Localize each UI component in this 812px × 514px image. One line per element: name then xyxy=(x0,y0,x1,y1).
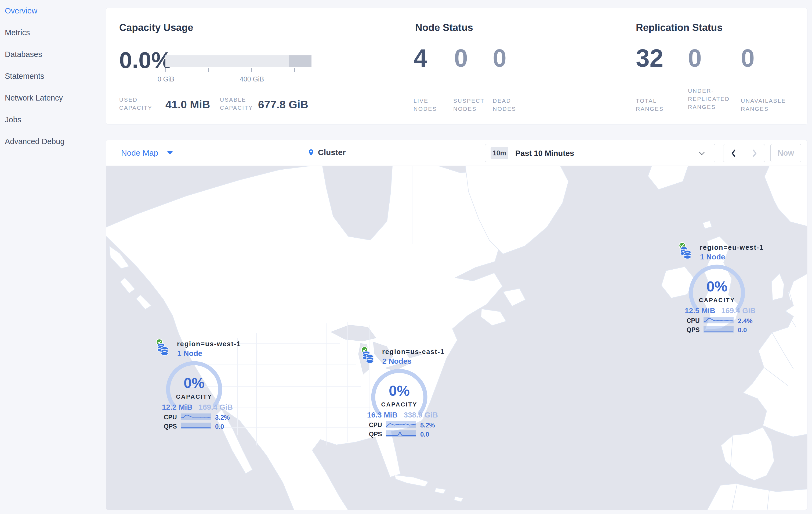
dead-nodes-label: DEAD NODES xyxy=(493,97,525,113)
region-label[interactable]: region=us-west-1 xyxy=(177,340,241,348)
replication-status-title: Replication Status xyxy=(636,22,723,33)
time-range-badge: 10m xyxy=(491,147,508,159)
usable-capacity: 338.9 GiB xyxy=(404,411,438,420)
unavailable-ranges-label: UNAVAILABLE RANGES xyxy=(741,97,792,113)
capacity-tick xyxy=(251,68,252,72)
chevron-left-icon xyxy=(731,149,736,157)
next-time-button[interactable] xyxy=(744,144,765,162)
node-marker-eu-west-1: region=eu-west-1 1 Node 0% CAPACITY 12.5… xyxy=(674,239,758,336)
live-nodes-label: LIVE NODES xyxy=(413,97,446,113)
capacity-bar-reserved-segment xyxy=(289,55,312,67)
view-mode-dropdown[interactable]: Node Map xyxy=(121,148,173,158)
node-count-link[interactable]: 1 Node xyxy=(177,349,202,358)
cpu-sparkline xyxy=(703,317,733,323)
database-icon xyxy=(680,246,692,259)
usable-capacity-label: USABLE CAPACITY xyxy=(220,96,263,112)
qps-sparkline xyxy=(386,430,416,437)
qps-label: QPS xyxy=(369,431,382,438)
sidebar-item-statements[interactable]: Statements xyxy=(0,72,106,93)
sidebar-item-metrics[interactable]: Metrics xyxy=(0,28,106,50)
cpu-sparkline xyxy=(386,421,416,428)
time-step-buttons xyxy=(723,144,765,162)
database-icon xyxy=(362,350,374,363)
sidebar-item-advanced-debug[interactable]: Advanced Debug xyxy=(0,137,106,159)
cpu-value: 3.2% xyxy=(215,414,230,421)
used-capacity: 12.2 MiB xyxy=(162,403,193,412)
capacity-usage-title: Capacity Usage xyxy=(119,22,193,33)
usable-capacity: 169.4 GiB xyxy=(198,403,233,412)
node-marker-us-west-1: region=us-west-1 1 Node 0% CAPACITY 12.2… xyxy=(152,335,235,433)
under-replicated-ranges-label: UNDER-REPLICATED RANGES xyxy=(688,87,736,111)
capacity-tick xyxy=(208,68,209,72)
capacity-caption: CAPACITY xyxy=(688,297,747,304)
capacity-percent: 0% xyxy=(165,375,224,391)
pin-icon xyxy=(308,148,315,157)
cpu-value: 5.2% xyxy=(420,422,435,429)
capacity-tick-label-0: 0 GiB xyxy=(157,75,175,83)
prev-time-button[interactable] xyxy=(723,144,744,162)
sidebar-item-databases[interactable]: Databases xyxy=(0,50,106,72)
time-range-dropdown[interactable]: 10m Past 10 Minutes xyxy=(485,144,715,162)
db-console-overview: Overview Metrics Databases Statements Ne… xyxy=(0,0,812,514)
capacity-tick-label-400: 400 GiB xyxy=(240,75,264,83)
qps-label: QPS xyxy=(687,326,700,334)
used-capacity: 16.3 MiB xyxy=(367,411,398,420)
breadcrumb[interactable]: Cluster xyxy=(308,148,346,157)
total-ranges-value: 32 xyxy=(636,46,663,71)
total-ranges-label: TOTAL RANGES xyxy=(636,97,671,113)
caret-down-icon xyxy=(167,151,173,155)
sidebar-item-jobs[interactable]: Jobs xyxy=(0,115,106,137)
chevron-right-icon xyxy=(752,149,757,157)
capacity-percent: 0% xyxy=(370,382,429,399)
cpu-label: CPU xyxy=(687,317,700,324)
cluster-summary-card: Capacity Usage 0.0% 0 GiB 400 GiB USED C… xyxy=(106,8,807,125)
capacity-bar xyxy=(166,55,312,67)
capacity-percent: 0% xyxy=(688,278,747,295)
capacity-caption: CAPACITY xyxy=(370,401,429,408)
view-mode-label: Node Map xyxy=(121,148,158,158)
qps-value: 0.0 xyxy=(738,326,747,334)
sidebar-item-network-latency[interactable]: Network Latency xyxy=(0,93,106,115)
sidebar-item-overview[interactable]: Overview xyxy=(0,6,106,28)
node-status-title: Node Status xyxy=(415,22,473,33)
now-button[interactable]: Now xyxy=(771,144,801,162)
region-label[interactable]: region=us-east-1 xyxy=(382,348,445,356)
node-count-link[interactable]: 2 Nodes xyxy=(382,357,412,366)
usable-capacity-value: 677.8 GiB xyxy=(258,99,308,111)
capacity-tick xyxy=(294,68,295,72)
map-toolbar: Node Map Cluster 10m Past 10 Minutes xyxy=(106,140,807,166)
usable-capacity: 169.4 GiB xyxy=(721,306,756,315)
qps-sparkline xyxy=(181,423,211,429)
unavailable-ranges-value: 0 xyxy=(741,46,755,71)
used-capacity: 12.5 MiB xyxy=(685,306,715,315)
qps-value: 0.0 xyxy=(215,423,224,430)
region-label[interactable]: region=eu-west-1 xyxy=(700,244,764,251)
used-capacity-label: USED CAPACITY xyxy=(119,96,160,112)
suspect-nodes-label: SUSPECT NODES xyxy=(453,97,490,113)
node-map: region=us-west-1 1 Node 0% CAPACITY 12.2… xyxy=(106,166,807,510)
qps-sparkline xyxy=(703,326,733,332)
breadcrumb-label: Cluster xyxy=(318,148,346,157)
qps-value: 0.0 xyxy=(420,431,429,438)
dead-nodes-value: 0 xyxy=(493,46,506,71)
used-capacity-value: 41.0 MiB xyxy=(166,99,210,111)
under-replicated-ranges-value: 0 xyxy=(688,46,702,71)
capacity-percent: 0.0% xyxy=(119,48,172,72)
live-nodes-value: 4 xyxy=(413,46,427,71)
cpu-sparkline xyxy=(181,413,211,420)
database-icon xyxy=(157,342,169,356)
node-count-link[interactable]: 1 Node xyxy=(700,253,725,261)
sidebar: Overview Metrics Databases Statements Ne… xyxy=(0,0,106,514)
suspect-nodes-value: 0 xyxy=(454,46,468,71)
capacity-caption: CAPACITY xyxy=(165,393,224,400)
time-range-label: Past 10 Minutes xyxy=(515,149,574,158)
chevron-down-icon xyxy=(699,152,705,155)
cpu-label: CPU xyxy=(369,422,382,429)
node-map-card: Node Map Cluster 10m Past 10 Minutes xyxy=(106,140,807,510)
node-marker-us-east-1: region=us-east-1 2 Nodes 0% CAPACITY 16.… xyxy=(357,343,440,440)
qps-label: QPS xyxy=(164,423,177,430)
cpu-label: CPU xyxy=(164,414,177,421)
cpu-value: 2.4% xyxy=(738,317,753,325)
capacity-tick xyxy=(166,68,166,72)
